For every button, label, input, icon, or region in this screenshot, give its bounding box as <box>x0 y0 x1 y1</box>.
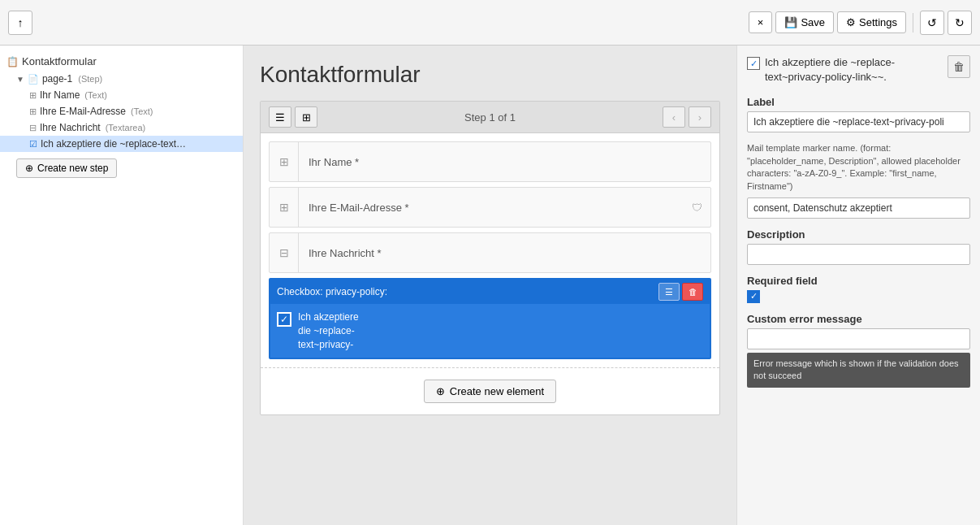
rp-delete-button[interactable]: 🗑 <box>948 55 970 78</box>
sidebar-field-2[interactable]: ⊞ Ihre E-Mail-Adresse (Text) <box>0 103 243 119</box>
checkbox-header-btns: ☰ 🗑 <box>658 283 703 301</box>
rp-delete-icon: 🗑 <box>953 60 965 73</box>
save-label: Save <box>801 16 825 28</box>
rp-required-heading: Required field <box>747 275 970 287</box>
close-button[interactable]: × <box>749 11 773 33</box>
chevron-right-icon: › <box>698 111 702 124</box>
rp-required-group: Required field ✓ <box>747 275 970 303</box>
text-field-icon: ⊞ <box>29 90 37 101</box>
folder-icon: 📋 <box>6 56 19 67</box>
field-label-3: Ihre Nachricht * <box>299 239 710 267</box>
rp-checkbox[interactable]: ✓ <box>747 57 760 70</box>
field-handle-3[interactable]: ⊟ <box>270 233 299 272</box>
sidebar-field-4-label: Ich akzeptiere die ~replace-text~pri <box>41 138 187 150</box>
rp-required-checkbox[interactable]: ✓ <box>747 290 760 303</box>
right-panel: ✓ Ich akzeptiere die ~replace-text~priva… <box>736 46 980 525</box>
save-icon: 💾 <box>784 16 797 28</box>
sidebar-field-2-label: Ihre E-Mail-Adresse <box>40 106 126 117</box>
rp-mail-marker-desc: Mail template marker name. (format: "pla… <box>747 142 970 193</box>
drag-icon-2: ⊞ <box>279 201 289 214</box>
close-icon: × <box>758 16 764 28</box>
checkbox-field-row[interactable]: Checkbox: privacy-policy: ☰ 🗑 ✓ Ich <box>269 278 711 359</box>
panel-header-right: ‹ › <box>663 106 711 128</box>
add-element-icon: ⊕ <box>436 385 445 397</box>
create-element-area: ⊕ Create new element <box>261 367 719 414</box>
rp-custom-error-input[interactable] <box>747 328 970 349</box>
form-panel: ☰ ⊞ Step 1 of 1 ‹ › <box>260 101 720 415</box>
next-step-btn[interactable]: › <box>689 106 711 128</box>
rp-mail-marker-input[interactable] <box>747 197 970 219</box>
checkbox-row-header: Checkbox: privacy-policy: ☰ 🗑 <box>270 280 710 304</box>
field-handle-1[interactable]: ⊞ <box>270 142 299 181</box>
sidebar-item-page1[interactable]: ▼ 📄 page-1 (Step) <box>0 71 243 87</box>
sidebar-field-2-badge: (Text) <box>131 106 153 116</box>
rp-label-heading: Label <box>747 96 970 108</box>
redo-button[interactable]: ↻ <box>948 11 972 35</box>
checkbox-row-label: Checkbox: privacy-policy: <box>277 286 387 297</box>
sidebar-field-1-badge: (Text) <box>84 90 107 100</box>
right-panel-header: ✓ Ich akzeptiere die ~replace-text~priva… <box>747 55 970 85</box>
form-fields: ⊞ Ihr Name * ⊞ Ihre E-Mail-Adresse * 🛡 ⊟ <box>261 133 719 367</box>
checkbox-delete-btn[interactable]: 🗑 <box>682 283 703 301</box>
save-button[interactable]: 💾 Save <box>775 11 834 33</box>
redo-icon: ↻ <box>955 16 965 29</box>
undo-icon: ↺ <box>927 16 937 29</box>
shield-icon: 🛡 <box>692 202 710 214</box>
field-handle-2[interactable]: ⊞ <box>270 188 299 227</box>
step-label: Step 1 of 1 <box>464 111 516 124</box>
settings-button[interactable]: ⚙ Settings <box>837 11 906 33</box>
field-label-1: Ihr Name * <box>299 148 710 176</box>
rp-custom-error-group: Custom error message Error message which… <box>747 313 970 388</box>
rp-mail-marker-group: Mail template marker name. (format: "pla… <box>747 142 970 219</box>
sidebar-root-label: Kontaktformular <box>22 55 97 67</box>
field-row-2: ⊞ Ihre E-Mail-Adresse * 🛡 <box>269 187 711 228</box>
sidebar-page1-label: page-1 <box>42 73 72 85</box>
sidebar: 📋 Kontaktformular ▼ 📄 page-1 (Step) ⊞ Ih… <box>0 46 244 525</box>
chevron-left-icon: ‹ <box>672 111 676 124</box>
checkbox-checkmark: ✓ <box>277 312 291 327</box>
toolbar: ↑ × 💾 Save ⚙ Settings ↺ ↻ <box>0 0 980 46</box>
drag-icon-3: ⊟ <box>279 246 289 259</box>
sidebar-field-1[interactable]: ⊞ Ihr Name (Text) <box>0 87 243 103</box>
checkbox-row-body: ✓ Ich akzeptieredie ~replace-text~privac… <box>270 304 710 358</box>
rp-title: Ich akzeptiere die ~replace-text~privacy… <box>765 55 941 85</box>
sidebar-field-4[interactable]: ☑ Ich akzeptiere die ~replace-text~pri <box>0 136 243 152</box>
undo-button[interactable]: ↺ <box>920 11 944 35</box>
panel-list-view-btn[interactable]: ☰ <box>269 106 291 128</box>
rp-description-input[interactable] <box>747 244 970 265</box>
rp-description-group: Description <box>747 228 970 265</box>
edit-icon: ☰ <box>665 287 673 297</box>
toolbar-divider <box>913 13 913 33</box>
sidebar-page1-badge: (Step) <box>78 74 102 84</box>
create-element-button[interactable]: ⊕ Create new element <box>424 380 556 403</box>
chevron-down-icon: ▼ <box>16 75 24 84</box>
content-area: Kontaktformular ☰ ⊞ Step 1 of 1 ‹ <box>244 46 736 525</box>
add-step-icon: ⊕ <box>25 163 33 174</box>
form-panel-header: ☰ ⊞ Step 1 of 1 ‹ › <box>261 102 719 133</box>
create-step-button[interactable]: ⊕ Create new step <box>16 158 117 178</box>
delete-icon: 🗑 <box>689 287 697 297</box>
field-row-1: ⊞ Ihr Name * <box>269 141 711 182</box>
sidebar-field-3-badge: (Textarea) <box>106 123 146 132</box>
main-layout: 📋 Kontaktformular ▼ 📄 page-1 (Step) ⊞ Ih… <box>0 46 980 525</box>
textarea-icon: ⊟ <box>29 123 37 133</box>
rp-label-group: Label <box>747 96 970 132</box>
checkbox-icon: ☑ <box>29 139 37 150</box>
table-icon: ⊞ <box>302 111 311 124</box>
text-field-icon-2: ⊞ <box>29 106 37 117</box>
field-label-2: Ihre E-Mail-Adresse * <box>299 193 692 222</box>
export-button[interactable]: ↑ <box>8 11 32 35</box>
rp-label-input[interactable] <box>747 111 970 132</box>
checkbox-edit-btn[interactable]: ☰ <box>658 283 680 301</box>
prev-step-btn[interactable]: ‹ <box>663 106 685 128</box>
sidebar-field-3[interactable]: ⊟ Ihre Nachricht (Textarea) <box>0 119 243 136</box>
list-icon: ☰ <box>275 111 285 124</box>
sidebar-field-1-label: Ihr Name <box>40 89 80 101</box>
gear-icon: ⚙ <box>846 16 856 28</box>
sidebar-item-root[interactable]: 📋 Kontaktformular <box>0 52 243 71</box>
rp-description-heading: Description <box>747 228 970 241</box>
panel-table-view-btn[interactable]: ⊞ <box>295 106 317 128</box>
right-panel-title-row: ✓ Ich akzeptiere die ~replace-text~priva… <box>747 55 941 85</box>
form-title: Kontaktformular <box>260 62 720 88</box>
settings-label: Settings <box>859 16 897 28</box>
